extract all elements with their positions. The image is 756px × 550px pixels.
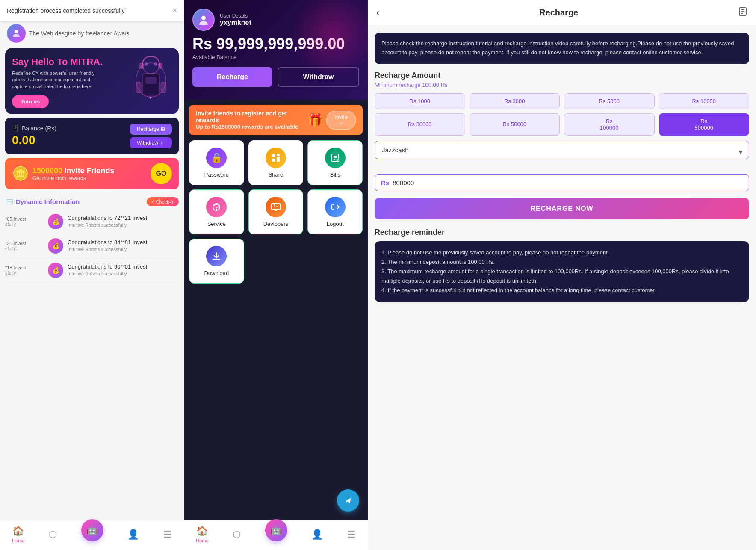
bottom-nav-middle: 🏠 Home ⬡ 🤖 👤 ☰ xyxy=(184,520,368,550)
balance-withdraw-button[interactable]: Withdraw ↑ xyxy=(130,137,172,148)
cube-icon-middle: ⬡ xyxy=(233,529,241,540)
svg-rect-4 xyxy=(145,77,157,84)
balance-info: 📱 Balance (Rs) 0.00 xyxy=(12,125,56,147)
invite-friends-banner[interactable]: Invite friends to register and get rewar… xyxy=(189,105,363,135)
menu-password-label: Password xyxy=(204,172,229,178)
menu-download[interactable]: Download xyxy=(189,239,244,284)
amount-3000[interactable]: Rs 3000 xyxy=(470,93,560,109)
payment-select-wrapper: Jazzcash Easypaisa Bank Transfer ▼ xyxy=(375,141,749,164)
coins-icon: 🪙 xyxy=(12,166,29,182)
menu-logout-label: Logout xyxy=(327,221,344,227)
amount-30000[interactable]: Rs 30000 xyxy=(375,113,465,136)
menu-share[interactable]: Share xyxy=(248,140,304,185)
recharge-amount-section: Recharge Amount Minimum recharge 100.00 … xyxy=(375,71,749,191)
middle-recharge-button[interactable]: Recharge xyxy=(192,67,272,87)
nav-home-middle[interactable]: 🏠 Home xyxy=(196,526,208,543)
available-balance-label: Available Balance xyxy=(192,54,359,60)
activity-icon-2: 💰 xyxy=(48,238,63,254)
nav-user-middle[interactable]: 👤 xyxy=(311,529,323,540)
checkin-button[interactable]: ✓ Check-in xyxy=(147,197,179,206)
bottom-nav-left: 🏠 Home ⬡ 🤖 👤 ☰ xyxy=(0,520,184,550)
nav-cube-middle[interactable]: ⬡ xyxy=(233,529,241,540)
back-button[interactable]: ‹ xyxy=(376,7,379,18)
mitra-banner: Say Hello To MITRA. Redefine CX with pow… xyxy=(5,48,179,114)
svg-point-12 xyxy=(201,16,206,20)
svg-point-5 xyxy=(145,62,148,66)
download-icon xyxy=(206,246,227,266)
amount-1000[interactable]: Rs 1000 xyxy=(375,93,465,109)
svg-rect-15 xyxy=(277,157,280,162)
recharge-amount-title: Recharge Amount xyxy=(375,71,749,80)
activity-left-2: *25 Invest sfully xyxy=(5,241,44,251)
middle-withdraw-button[interactable]: Withdraw xyxy=(278,67,359,87)
reminder-title: Recharge reminder xyxy=(375,228,749,237)
balance-recharge-button[interactable]: Recharge ⊞ xyxy=(130,124,172,135)
nav-home-label-middle: Home xyxy=(196,538,208,543)
nav-center-left[interactable]: 🤖 xyxy=(81,519,103,541)
home-icon-middle: 🏠 xyxy=(196,526,208,537)
activity-text-1: Congratulations to 72**21 Invest Intuiti… xyxy=(68,214,147,229)
recharge-info-text: Please check the recharge instruction tu… xyxy=(381,40,734,56)
activity-text-3: Congratulations to 90**01 Invest Intuiti… xyxy=(68,263,147,278)
join-us-button[interactable]: Join us xyxy=(12,95,49,108)
nav-center-middle[interactable]: 🤖 xyxy=(265,519,287,541)
invite-banner[interactable]: 🪙 1500000 Invite Friends Get more cash r… xyxy=(5,158,179,189)
go-button[interactable]: GO xyxy=(151,163,172,184)
robot-nav-icon-middle: 🤖 xyxy=(265,519,287,541)
nav-cube-left[interactable]: ⬡ xyxy=(49,529,57,540)
activity-item-3: *18 Invest sfully 💰 Congratulations to 9… xyxy=(5,258,179,283)
balance-display: Rs 99,999,999,999.00 Available Balance xyxy=(192,35,359,60)
user-row: User Details yxymknet xyxy=(192,9,359,31)
user-details-header: User Details yxymknet Rs 99,999,999,999.… xyxy=(184,0,368,100)
robot-nav-icon: 🤖 xyxy=(81,519,103,541)
toast-close-icon[interactable]: × xyxy=(172,6,177,15)
logo-icon xyxy=(7,24,26,43)
amount-input-field[interactable] xyxy=(393,179,743,186)
svg-rect-13 xyxy=(272,154,275,157)
menu-password[interactable]: 🔒 Password xyxy=(189,140,244,185)
nav-menu-left[interactable]: ☰ xyxy=(163,529,172,540)
amount-800000[interactable]: Rs800000 xyxy=(659,113,750,136)
recharge-now-button[interactable]: RECHARGE NOW xyxy=(375,198,749,219)
menu-service[interactable]: Service xyxy=(189,189,244,234)
nav-user-left[interactable]: 👤 xyxy=(127,529,139,540)
amount-grid: Rs 1000 Rs 3000 Rs 5000 Rs 10000 Rs 3000… xyxy=(375,93,749,136)
svg-rect-24 xyxy=(272,204,280,210)
menu-share-label: Share xyxy=(269,172,284,178)
payment-method-select[interactable]: Jazzcash Easypaisa Bank Transfer xyxy=(375,141,749,159)
big-balance-amount: Rs 99,999,999,999.00 xyxy=(192,35,359,53)
recharge-reminder-section: Recharge reminder 1. Please do not use t… xyxy=(375,228,749,302)
balance-label: 📱 Balance (Rs) xyxy=(12,125,56,132)
amount-10000[interactable]: Rs 10000 xyxy=(659,93,750,109)
reminder-box: 1. Please do not use the previously save… xyxy=(375,241,749,302)
balance-amount: 0.00 xyxy=(12,133,56,147)
menu-devlopers-label: Devlopers xyxy=(263,221,289,227)
home-icon: 🏠 xyxy=(12,526,24,537)
rs-currency-label: Rs xyxy=(381,179,389,186)
receipt-icon[interactable] xyxy=(738,7,747,18)
invite-amount: 1500000 Invite Friends xyxy=(32,166,115,175)
withdraw-icon: ↑ xyxy=(160,140,162,146)
mitra-desc: Redefine CX with powerful user-friendly … xyxy=(12,70,97,90)
svg-point-0 xyxy=(15,30,18,33)
bills-icon xyxy=(325,148,346,168)
amount-5000[interactable]: Rs 5000 xyxy=(564,93,655,109)
user-details-label: User Details xyxy=(220,13,251,19)
amount-100000[interactable]: Rs100000 xyxy=(564,113,655,136)
amount-50000[interactable]: Rs 50000 xyxy=(470,113,560,136)
activity-item-1: *65 Invest sfully 💰 Congratulations to 7… xyxy=(5,210,179,234)
svg-text:▼: ▼ xyxy=(148,95,153,100)
menu-bills[interactable]: Bills xyxy=(307,140,363,185)
balance-card: 📱 Balance (Rs) 0.00 Recharge ⊞ Withdraw … xyxy=(5,118,179,154)
invite-content: 🪙 1500000 Invite Friends Get more cash r… xyxy=(12,166,115,182)
telegram-button[interactable] xyxy=(337,489,359,512)
nav-home-left[interactable]: 🏠 Home xyxy=(12,526,24,543)
menu-devlopers[interactable]: Devlopers xyxy=(248,189,304,234)
invite-friends-button[interactable]: Invite > xyxy=(326,111,356,130)
nav-menu-middle[interactable]: ☰ xyxy=(347,529,356,540)
phone-icon: 📱 xyxy=(12,125,19,132)
invite-subtitle: Get more cash rewards xyxy=(32,175,115,181)
min-recharge-label: Minimum recharge 100.00 Rs xyxy=(375,82,749,88)
menu-logout[interactable]: Logout xyxy=(307,189,363,234)
svg-rect-9 xyxy=(136,82,141,93)
